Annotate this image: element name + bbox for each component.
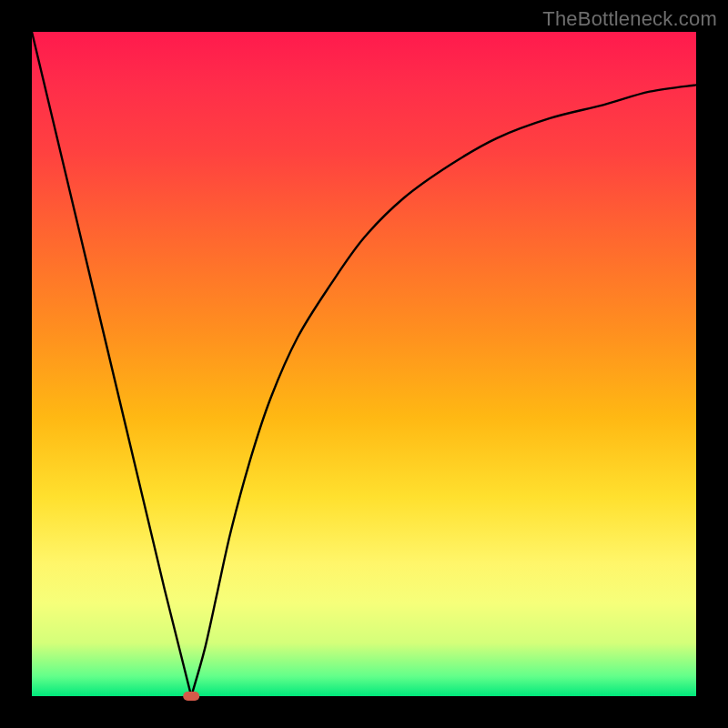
plot-area bbox=[32, 32, 696, 696]
watermark-text: TheBottleneck.com bbox=[542, 7, 717, 31]
chart-frame: TheBottleneck.com bbox=[0, 0, 728, 728]
curve-line bbox=[32, 32, 696, 696]
minimum-marker bbox=[183, 692, 199, 701]
bottleneck-curve bbox=[32, 32, 696, 696]
